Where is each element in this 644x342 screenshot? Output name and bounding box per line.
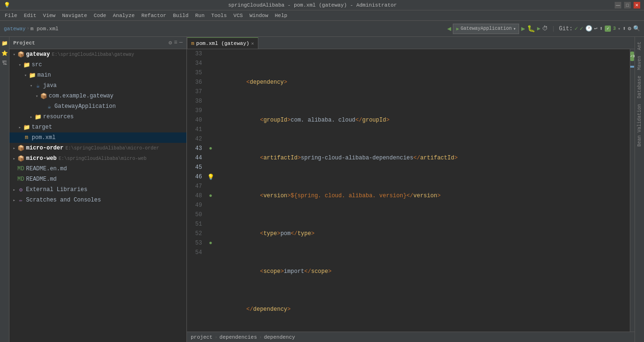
git-push[interactable]: ⬆ <box>600 25 603 32</box>
bracket-38-close: > <box>281 267 284 276</box>
right-tab-bean-validation[interactable]: Bean Validation <box>636 101 643 149</box>
run-config-button[interactable]: ▶ GatewayApplication ▾ <box>453 24 519 34</box>
menu-code[interactable]: Code <box>91 12 109 19</box>
close-button[interactable]: ✕ <box>634 2 640 9</box>
tag-35-close: artifactId <box>420 153 454 163</box>
debug-button[interactable]: 🐛 <box>527 25 535 33</box>
project-icon[interactable]: 📁 <box>1 39 8 48</box>
code-text-38 <box>219 267 260 276</box>
run-button[interactable]: ▶ <box>521 25 525 33</box>
menu-window[interactable]: Window <box>247 12 271 19</box>
scroll-indicator[interactable]: ✓3 <box>630 49 635 332</box>
gutter-33 <box>206 49 215 59</box>
breadcrumb-pomxml[interactable]: m pom.xml <box>30 26 58 32</box>
tab-close-pom[interactable]: ✕ <box>251 41 254 46</box>
gutter-41 <box>206 125 215 134</box>
bracket-34-open: < <box>260 115 263 125</box>
tree-item-micro-web[interactable]: ▸ 📦 micro-web E:\springCloudAlibaba\micr… <box>9 153 186 164</box>
favorites-icon[interactable]: ⭐ <box>1 49 8 58</box>
gutter-34 <box>206 59 215 68</box>
sidebar-gear-icon[interactable]: ≡ <box>174 39 177 46</box>
profile-button[interactable]: ⏱ <box>542 25 548 32</box>
bc-dependencies[interactable]: dependencies <box>220 334 257 340</box>
git-dropdown[interactable]: ▾ <box>618 26 621 32</box>
tree-item-package[interactable]: ▾ 📦 com.example.gateway <box>9 91 186 101</box>
code-text-34 <box>219 115 260 125</box>
tree-item-micro-order[interactable]: ▸ 📦 micro-order E:\springCloudAlibaba\mi… <box>9 143 186 153</box>
menu-navigate[interactable]: Navigate <box>59 12 90 19</box>
tab-pom-xml[interactable]: m pom.xml (gateway) ✕ <box>187 37 258 49</box>
menu-refactor[interactable]: Refactor <box>139 12 169 19</box>
menu-vcs[interactable]: VCS <box>230 12 246 19</box>
git-check2[interactable]: ✓ <box>580 25 583 32</box>
git-check1[interactable]: ✓ <box>574 25 578 32</box>
settings-button[interactable]: ⚙ <box>628 25 631 32</box>
minimize-button[interactable]: — <box>615 2 621 9</box>
sidebar-header: Project ⚙ ≡ — <box>9 37 186 49</box>
menu-view[interactable]: View <box>40 12 58 19</box>
search-button[interactable]: 🔍 <box>633 25 640 32</box>
gutter-47 <box>206 182 215 191</box>
tree-item-java[interactable]: ▾ ☕ java <box>9 80 186 91</box>
structure-icon[interactable]: 🏗 <box>2 59 7 68</box>
gutter-36 <box>206 78 215 87</box>
tree-item-readme[interactable]: MD README.md <box>9 174 186 184</box>
tree-item-readme-en[interactable]: MD README.en.md <box>9 164 186 174</box>
tree-item-target[interactable]: ▸ 📁 target <box>9 122 186 132</box>
package-icon: 📦 <box>40 92 47 100</box>
right-tab-database[interactable]: Database <box>636 73 643 101</box>
git-rollback[interactable]: ↩ <box>594 25 598 32</box>
tag-36: version <box>264 191 287 201</box>
bc-dependency[interactable]: dependency <box>264 334 295 340</box>
code-text-33 <box>219 78 247 87</box>
gutter-40 <box>206 115 215 125</box>
git-diff-marker: ✓3 <box>630 52 634 61</box>
gutter-44 <box>206 153 215 163</box>
tree-item-resources[interactable]: ▸ 📁 resources <box>9 112 186 122</box>
code-content[interactable]: <dependency> <groupId>com. alibaba. clou… <box>215 49 630 332</box>
tree-item-gateway-app[interactable]: ☕ GatewayApplication <box>9 101 186 112</box>
gutter-35 <box>206 68 215 78</box>
tree-label-package: com.example.gateway <box>49 93 114 99</box>
tree-label-main: main <box>37 72 51 79</box>
line-num-51: 51 <box>187 219 202 229</box>
menu-tools[interactable]: Tools <box>208 12 229 19</box>
toolbar-right: ◀ ▶ GatewayApplication ▾ ▶ 🐛 ▶ ⏱ | Git: … <box>447 24 640 34</box>
sidebar-minimize-icon[interactable]: — <box>179 39 183 46</box>
right-tab-maven[interactable]: Maven <box>636 53 643 73</box>
maximize-button[interactable]: □ <box>624 2 631 9</box>
coverage-button[interactable]: ▶ <box>537 25 540 32</box>
tree-item-src[interactable]: ▾ 📁 src <box>9 60 186 70</box>
sidebar-settings-icon[interactable]: ⚙ <box>168 39 172 46</box>
tree-item-ext-libs[interactable]: ▸ ⚙ External Libraries <box>9 184 186 195</box>
navigate-back-icon[interactable]: ◀ <box>447 25 451 33</box>
gutter-39 <box>206 106 215 115</box>
menu-help[interactable]: Help <box>272 12 290 19</box>
tree-item-pomxml[interactable]: m pom.xml <box>9 132 186 143</box>
xml-icon-pom: m <box>23 134 30 141</box>
toolbar-breadcrumb: gateway › m pom.xml <box>4 26 59 32</box>
git-history[interactable]: 🕐 <box>585 25 592 32</box>
line-num-46: 46 <box>187 172 202 182</box>
line-num-45: 45 <box>187 163 202 172</box>
right-tab-ant[interactable]: Ant <box>636 39 643 53</box>
menu-run[interactable]: Run <box>192 12 207 19</box>
tree-item-main[interactable]: ▾ 📁 main <box>9 70 186 80</box>
menu-analyze[interactable]: Analyze <box>110 12 137 19</box>
bc-project[interactable]: project <box>191 334 212 340</box>
line-num-49: 49 <box>187 201 202 210</box>
tree-label-micro-order: micro-order <box>26 145 63 151</box>
tree-item-scratches[interactable]: ▸ ✏ Scratches and Consoles <box>9 195 186 205</box>
gutter-45 <box>206 163 215 172</box>
tree-item-gateway[interactable]: ▾ 📦 gateway E:\springCloudAlibaba\gatewa… <box>9 49 186 60</box>
run-config-icon: ▶ <box>456 26 459 32</box>
menu-build[interactable]: Build <box>170 12 191 19</box>
menu-edit[interactable]: Edit <box>21 12 39 19</box>
gutter-49 <box>206 201 215 210</box>
breadcrumb-gateway[interactable]: gateway <box>4 26 26 32</box>
gutter: ● 💡 ● ● <box>206 49 215 332</box>
tag-35: artifactId <box>264 153 298 163</box>
expand-button[interactable]: ⬆ <box>623 25 626 32</box>
scratch-icon-sc: ✏ <box>17 196 25 204</box>
menu-file[interactable]: File <box>2 12 20 19</box>
